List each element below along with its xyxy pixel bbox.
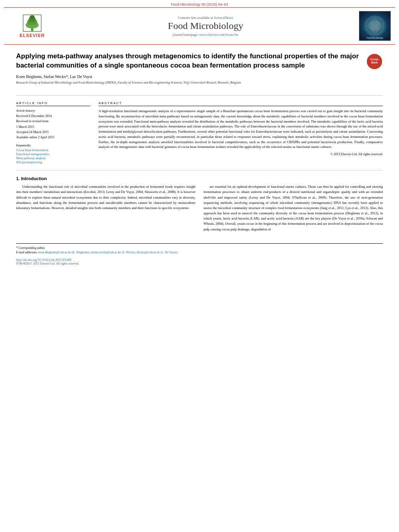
crossmark-icon: Cross Mark <box>367 54 382 69</box>
abstract-label: ABSTRACT <box>99 101 383 106</box>
svg-point-10 <box>368 23 382 29</box>
svg-point-4 <box>30 15 35 20</box>
journal-citation: Food Microbiology 50 (2015) 54–63 <box>171 2 228 6</box>
keyword-4: 454 pyrosequencing <box>16 160 90 164</box>
journal-cover-container: Food Microbiology <box>355 11 391 41</box>
article-title-section: Applying meta-pathway analyses through m… <box>16 52 383 90</box>
title-divider <box>16 95 383 96</box>
keyword-1: Cocoa bean fermentation <box>16 148 90 152</box>
svg-point-9 <box>372 18 378 33</box>
article-info-abstract: ARTICLE INFO Article history: Received 6… <box>16 101 383 164</box>
journal-center-header: Contents lists available at ScienceDirec… <box>56 16 355 37</box>
svg-point-7 <box>366 17 384 35</box>
abstract-divider <box>16 170 383 170</box>
elsevier-logo-container: ELSEVIER <box>8 14 56 38</box>
article-info-label: ARTICLE INFO <box>16 101 90 106</box>
introduction-section: 1. Introduction Understanding the functi… <box>16 176 383 235</box>
keyword-2: Functional metagenomics <box>16 152 90 156</box>
abstract-paragraph: A high-resolution functional metagenomic… <box>99 109 383 150</box>
sciencedirect-link[interactable]: ScienceDirect <box>214 16 233 20</box>
elsevier-tree-icon <box>18 14 46 32</box>
intro-left-paragraph: Understanding the functional role of mic… <box>16 184 195 211</box>
intro-right-col: are essential for an optimal development… <box>204 184 383 235</box>
abstract-col: ABSTRACT A high-resolution functional me… <box>99 101 383 164</box>
email-link[interactable]: koen.illeghems@vub.ac.be (K. Illeghems),… <box>38 251 178 254</box>
accepted-date: Accepted 24 March 2015 <box>16 130 90 134</box>
sciencedirect-line: Contents lists available at ScienceDirec… <box>56 16 355 20</box>
keyword-3: Meta-pathway analysis <box>16 156 90 160</box>
intro-two-col: Understanding the functional role of mic… <box>16 184 383 235</box>
keywords-label: Keywords: <box>16 144 90 147</box>
intro-left-col: Understanding the functional role of mic… <box>16 184 195 235</box>
crossmark-badge: Cross Mark <box>367 54 383 70</box>
homepage-link[interactable]: www.elsevier.com/locate/fm <box>199 33 238 37</box>
available-date: Available online 2 April 2015 <box>16 135 90 140</box>
history-label: Article history: <box>16 109 90 113</box>
journal-name: Food Microbiology <box>56 21 355 31</box>
elsevier-block: ELSEVIER <box>8 14 56 38</box>
authors: Koen Illeghems, Stefan Weckx*, Luc De Vu… <box>16 74 363 79</box>
abstract-text: A high-resolution functional metagenomic… <box>99 109 383 157</box>
copyright-line: © 2015 Elsevier Ltd. All rights reserved… <box>99 152 383 157</box>
svg-text:Mark: Mark <box>371 61 378 64</box>
svg-text:Cross: Cross <box>370 58 378 61</box>
article-content: Applying meta-pathway analyses through m… <box>0 45 399 273</box>
svg-point-8 <box>369 20 381 32</box>
article-info-col: ARTICLE INFO Article history: Received 6… <box>16 101 90 164</box>
svg-rect-6 <box>359 11 391 41</box>
footnote-area: * Corresponding author. E-mail addresses… <box>16 243 383 266</box>
received-revised-label: Received in revised form <box>16 119 90 123</box>
svg-text:Food Microbiology: Food Microbiology <box>367 37 383 39</box>
affiliation: Research Group of Industrial Microbiolog… <box>16 80 363 85</box>
keywords-section: Keywords: Cocoa bean fermentation Functi… <box>16 144 90 164</box>
received-date: Received 6 December 2014 <box>16 114 90 118</box>
footnote-corresponding: * Corresponding author. <box>16 246 383 250</box>
article-history: Article history: Received 6 December 201… <box>16 109 90 140</box>
article-title-text: Applying meta-pathway analyses through m… <box>16 52 363 90</box>
elsevier-label: ELSEVIER <box>20 33 45 38</box>
article-title: Applying meta-pathway analyses through m… <box>16 52 363 70</box>
journal-citation-bar: Food Microbiology 50 (2015) 54–63 <box>0 0 399 7</box>
journal-cover-image: Food Microbiology <box>359 11 391 41</box>
page: Food Microbiology 50 (2015) 54–63 ELSEVI… <box>0 0 399 532</box>
doi-link[interactable]: http://dx.doi.org/10.1016/j.fm.2015.03.0… <box>16 258 71 262</box>
footnote-emails: E-mail addresses: koen.illeghems@vub.ac.… <box>16 250 383 255</box>
journal-cover-svg: Food Microbiology <box>359 11 391 41</box>
journal-header: ELSEVIER Contents lists available at Sci… <box>4 7 395 45</box>
bottom-links: http://dx.doi.org/10.1016/j.fm.2015.03.0… <box>16 258 383 265</box>
homepage-line: journal homepage: www.elsevier.com/locat… <box>56 33 355 37</box>
revised-date: 1 March 2015 <box>16 125 90 129</box>
intro-heading: 1. Introduction <box>16 176 383 181</box>
issn-line: 0740-0020/© 2015 Elsevier Ltd. All right… <box>16 262 383 265</box>
intro-right-paragraph: are essential for an optimal development… <box>204 184 383 232</box>
